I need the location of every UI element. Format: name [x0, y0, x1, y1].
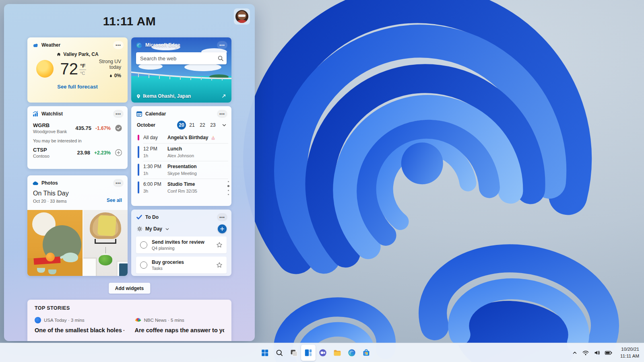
add-task-button[interactable]: [218, 224, 227, 233]
stock-row-wgrb[interactable]: WGRB Woodgrove Bank 435.75 -1.67%: [27, 120, 128, 136]
photos-more-options-button[interactable]: •••: [113, 179, 124, 187]
stock-symbol: WGRB: [33, 122, 71, 128]
microsoft-store-button[interactable]: [359, 345, 374, 361]
tray-chevron-up-icon[interactable]: [570, 348, 580, 358]
task-view-icon: [290, 349, 298, 357]
event-list-scrollbar[interactable]: [227, 181, 229, 195]
event-presentation[interactable]: 1:30 PM 1h Presentation Skype Meeting: [131, 161, 231, 179]
edge-logo-icon: [347, 348, 356, 357]
task-checkbox[interactable]: [140, 261, 147, 269]
location-pin-icon: [136, 94, 141, 99]
event-color-bar: [138, 164, 139, 176]
battery-icon[interactable]: [603, 348, 615, 358]
task-checkbox[interactable]: [140, 241, 147, 249]
droplet-icon: [109, 74, 113, 78]
star-icon[interactable]: [216, 262, 223, 268]
photo-collage[interactable]: [27, 210, 128, 276]
event-lunch[interactable]: 12 PM 1h Lunch Alex Johnson: [131, 143, 231, 161]
calendar-day-23[interactable]: 23: [208, 121, 217, 130]
stock-row-ctsp[interactable]: CTSP Contoso 23.98 +2.23%: [27, 144, 128, 161]
event-title: Lunch: [167, 146, 194, 152]
event-studio-time[interactable]: 6:00 PM 3h Studio Time Conf Rm 32/35: [131, 179, 231, 196]
calendar-title: Calendar: [145, 111, 166, 117]
event-time: 6:00 PM: [143, 181, 163, 187]
story-nbc-news[interactable]: NBC News · 5 mins Are coffee naps the an…: [135, 317, 225, 333]
search-button[interactable]: [272, 345, 287, 361]
nbc-peacock-logo-icon: [135, 317, 141, 323]
watchlist-title: Watchlist: [41, 111, 63, 117]
search-icon: [275, 349, 284, 357]
watchlist-more-options-button[interactable]: •••: [113, 110, 124, 118]
edge-more-options-button[interactable]: •••: [217, 41, 227, 49]
task-view-button[interactable]: [287, 345, 301, 361]
calendar-event-list: All day Angela's Birthday 12 PM 1h: [131, 132, 231, 196]
account-avatar[interactable]: [234, 8, 250, 25]
desktop: 11:11 AM Weather ••• Valley Park, CA 72: [0, 0, 644, 362]
search-icon[interactable]: [217, 55, 224, 62]
start-button[interactable]: [258, 345, 272, 361]
microsoft-store-icon: [362, 348, 371, 357]
chat-button[interactable]: [316, 345, 330, 361]
calendar-more-options-button[interactable]: •••: [217, 110, 227, 118]
temperature-value: 72: [60, 61, 78, 77]
event-title: Presentation: [167, 164, 197, 169]
home-icon: [56, 52, 61, 57]
weather-location: Valley Park, CA: [27, 51, 128, 57]
my-day-dropdown[interactable]: My Day: [145, 226, 162, 232]
photos-subheading: Oct 20 · 33 items: [33, 199, 69, 204]
add-stock-icon[interactable]: [115, 149, 122, 156]
story-headline[interactable]: Are coffee naps the answer to your: [135, 327, 225, 333]
story-usa-today[interactable]: USA Today · 3 mins One of the smallest b…: [35, 317, 124, 333]
event-subtitle: Conf Rm 32/35: [167, 189, 197, 193]
avatar-sunglasses: [238, 14, 246, 17]
task-send-invites[interactable]: Send invites for review Q4 planning: [136, 237, 227, 253]
added-check-icon[interactable]: [115, 124, 122, 132]
see-full-forecast-link[interactable]: See full forecast: [27, 84, 128, 90]
stock-name: Woodgrove Bank: [33, 129, 71, 134]
stock-change: +2.23%: [94, 150, 111, 156]
unit-celsius[interactable]: °C: [79, 70, 86, 76]
photo-still-life[interactable]: [27, 210, 83, 276]
todo-widget: To Do ••• My Day Send invites for review…: [131, 210, 231, 276]
tray-time: 11:11 AM: [620, 353, 639, 359]
stock-price: 23.98: [77, 150, 90, 156]
wifi-icon[interactable]: [580, 348, 591, 358]
panel-clock: 11:11 AM: [4, 14, 255, 28]
task-title: Send invites for review: [152, 239, 204, 245]
top-stories-header: TOP STORIES: [35, 305, 224, 311]
file-explorer-button[interactable]: [330, 345, 345, 361]
my-day-chevron-down-icon[interactable]: [165, 227, 169, 231]
web-search-input[interactable]: [136, 52, 227, 64]
avatar-image: [235, 10, 248, 23]
story-headline[interactable]: One of the smallest black holes — and: [35, 327, 124, 333]
event-time: 12 PM: [143, 146, 163, 152]
weather-more-options-button[interactable]: •••: [113, 41, 124, 49]
unit-fahrenheit[interactable]: °F: [79, 63, 86, 70]
temperature-units[interactable]: °F °C: [79, 62, 86, 77]
expand-icon[interactable]: [221, 93, 227, 99]
event-duration: 1h: [143, 171, 163, 176]
calendar-day-22[interactable]: 22: [198, 121, 207, 130]
tray-clock[interactable]: 10/20/21 11:11 AM: [618, 345, 642, 360]
add-widgets-button[interactable]: Add widgets: [109, 283, 150, 294]
star-icon[interactable]: [216, 242, 223, 248]
photo-chair[interactable]: [83, 210, 128, 276]
calendar-expand-chevron-down-icon[interactable]: [222, 123, 227, 128]
todo-more-options-button[interactable]: •••: [217, 213, 227, 221]
watchlist-suggestion-label: You may be interested in: [27, 136, 128, 144]
task-list-name: Q4 planning: [152, 246, 204, 251]
weather-cloud-icon: [32, 42, 39, 48]
calendar-day-21[interactable]: 21: [188, 121, 196, 130]
story-meta: NBC News · 5 mins: [144, 318, 184, 323]
photos-see-all-link[interactable]: See all: [107, 197, 122, 204]
event-subtitle: Alex Johnson: [167, 153, 194, 158]
task-buy-groceries[interactable]: Buy groceries Tasks: [136, 257, 227, 274]
precipitation: 0%: [86, 73, 121, 78]
photos-widget: Photos ••• On This Day Oct 20 · 33 items…: [27, 175, 128, 276]
widgets-button[interactable]: [301, 345, 316, 361]
event-all-day[interactable]: All day Angela's Birthday: [131, 132, 231, 143]
volume-icon[interactable]: [591, 348, 603, 358]
edge-photo-location: Ikema Ohashi, Japan: [143, 93, 191, 99]
edge-browser-button[interactable]: [345, 345, 359, 361]
calendar-day-20[interactable]: 20: [177, 121, 186, 130]
